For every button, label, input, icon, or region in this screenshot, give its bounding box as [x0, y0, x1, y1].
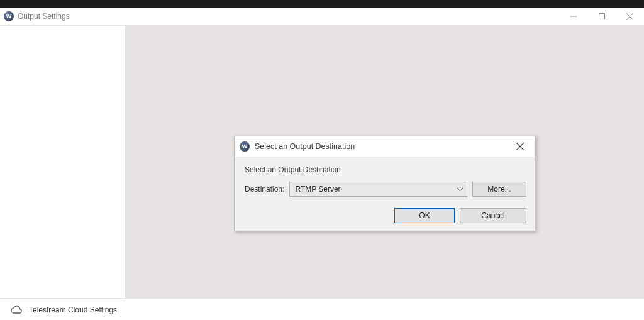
more-button[interactable]: More... [472, 182, 526, 197]
destination-selected: RTMP Server [295, 185, 340, 194]
window-minimize-button[interactable] [559, 8, 587, 25]
outputs-sidebar [0, 26, 126, 298]
cloud-icon [10, 306, 23, 314]
app-logo-icon: W [240, 141, 250, 152]
cancel-button[interactable]: Cancel [460, 208, 526, 223]
dialog-instruction: Select an Output Destination [245, 165, 526, 174]
cancel-button-label: Cancel [481, 211, 504, 220]
svg-rect-1 [599, 14, 604, 19]
chevron-down-icon [457, 185, 463, 194]
more-button-label: More... [487, 185, 511, 194]
app-top-strip [0, 0, 644, 8]
output-destination-dialog: W Select an Output Destination Select an… [234, 136, 536, 231]
window-titlebar: W Output Settings [0, 8, 644, 26]
footer-bar: Telestream Cloud Settings [0, 298, 644, 320]
destination-dropdown[interactable]: RTMP Server [289, 182, 467, 197]
content-area: W Select an Output Destination Select an… [126, 26, 644, 298]
app-logo-icon: W [4, 11, 14, 21]
dialog-title: Select an Output Destination [255, 142, 355, 151]
ok-button[interactable]: OK [394, 208, 455, 223]
dialog-titlebar: W Select an Output Destination [235, 136, 535, 157]
modal-overlay: W Select an Output Destination Select an… [126, 26, 644, 298]
destination-label: Destination: [245, 185, 284, 194]
window-maximize-button[interactable] [587, 8, 616, 25]
window-close-button[interactable] [616, 8, 644, 25]
window-controls [559, 8, 644, 25]
dialog-close-button[interactable] [510, 139, 530, 154]
window-title: Output Settings [18, 12, 70, 21]
cloud-settings-link[interactable]: Telestream Cloud Settings [29, 306, 117, 314]
ok-button-label: OK [419, 211, 430, 220]
